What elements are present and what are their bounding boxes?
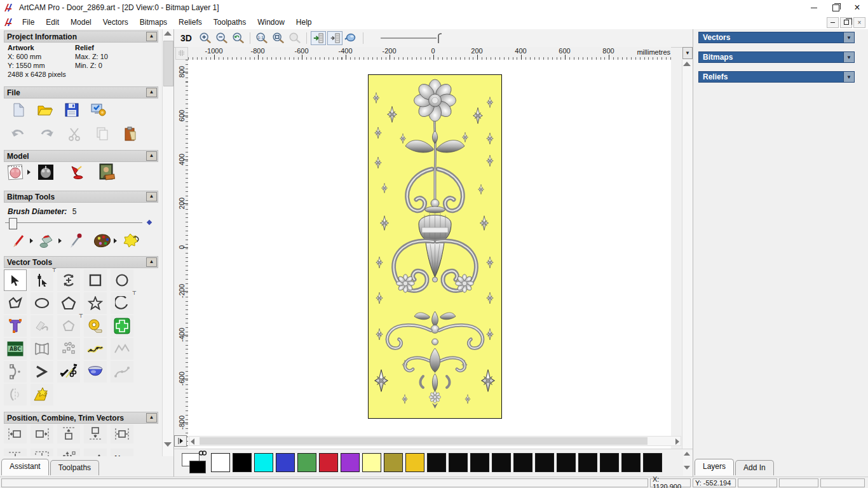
blend-spans-tool[interactable]: [111, 361, 133, 383]
measure-tool[interactable]: [84, 315, 107, 337]
dropdown-arrow-icon[interactable]: ▼: [843, 52, 854, 62]
palette-swatch[interactable]: [621, 453, 641, 472]
secondary-colour-swatch[interactable]: [189, 461, 206, 473]
menu-item[interactable]: Edit: [40, 17, 65, 28]
envelope-distort-tool[interactable]: [31, 338, 53, 360]
palette-swatch[interactable]: [449, 453, 468, 472]
section-header-vector-tools[interactable]: Vector Tools ▲: [4, 256, 158, 268]
collapse-arrow-icon[interactable]: ▲: [146, 413, 157, 423]
menu-item[interactable]: File: [17, 17, 40, 28]
palette-swatch[interactable]: [211, 453, 230, 472]
assistant-scrollbar[interactable]: [162, 29, 173, 456]
offset-vector-tool[interactable]: ⊤: [57, 315, 80, 337]
lighting-icon[interactable]: [65, 163, 87, 182]
scroll-right-icon[interactable]: [675, 438, 679, 445]
toggle-3d-view-button[interactable]: 3D: [180, 33, 192, 43]
section-header-model[interactable]: Model ▲: [4, 150, 158, 162]
zoom-previous-icon[interactable]: [231, 30, 246, 46]
align-right-tool[interactable]: [31, 424, 53, 444]
zoom-in-icon[interactable]: [198, 30, 213, 46]
primary-secondary-colours[interactable]: [182, 452, 211, 475]
palette-swatch[interactable]: [470, 453, 489, 472]
fill-colour-icon[interactable]: [120, 231, 142, 250]
invert-model-icon[interactable]: [35, 163, 57, 182]
panel-header-vectors[interactable]: Vectors ▼: [698, 32, 855, 43]
collapse-arrow-icon[interactable]: ▲: [146, 257, 157, 267]
flyout-arrow-icon[interactable]: [114, 238, 117, 243]
scroll-up-icon[interactable]: [684, 452, 691, 459]
nesting-tool[interactable]: Nes: [111, 449, 133, 456]
palette-swatch[interactable]: [535, 453, 554, 472]
menu-item[interactable]: Window: [252, 17, 290, 28]
join-vectors-tool[interactable]: [31, 361, 53, 383]
flyout-arrow-icon[interactable]: [27, 170, 31, 175]
palette-swatch[interactable]: [405, 453, 424, 472]
align-bottom-tool[interactable]: [84, 424, 107, 444]
palette-swatch[interactable]: [492, 453, 511, 472]
palette-icon[interactable]: [92, 231, 113, 250]
new-model-icon[interactable]: [8, 100, 29, 119]
door-relief-artwork[interactable]: [368, 74, 502, 419]
paste-along-tool[interactable]: [57, 449, 80, 456]
menu-item[interactable]: Bitmaps: [134, 17, 173, 28]
section-header-bitmap-tools[interactable]: Bitmap Tools ▲: [4, 191, 158, 203]
palette-swatch[interactable]: [319, 453, 338, 472]
ruler-units-dropdown[interactable]: ▼: [682, 47, 693, 59]
collapse-arrow-icon[interactable]: ▲: [146, 88, 157, 97]
text-block-tool[interactable]: ABC: [4, 338, 27, 360]
preview-magnifier-icon[interactable]: [344, 30, 359, 46]
interpolate-relief-tool[interactable]: [84, 361, 107, 383]
create-polygon-tool[interactable]: [57, 292, 80, 314]
panel-header-bitmaps[interactable]: Bitmaps ▼: [698, 51, 855, 63]
palette-scrollbar[interactable]: [683, 451, 693, 476]
flood-fill-icon[interactable]: [36, 231, 58, 250]
section-header-file[interactable]: File ▲: [4, 86, 158, 98]
tab-toolpaths[interactable]: Toolpaths: [50, 460, 99, 475]
paste-along-curve-tool[interactable]: [84, 338, 107, 360]
canvas-horizontal-scrollbar[interactable]: [189, 436, 681, 446]
child-close-button[interactable]: ×: [853, 17, 865, 28]
collapse-arrow-icon[interactable]: ▲: [146, 151, 157, 161]
paste-weld-tool[interactable]: [111, 315, 133, 337]
snap-to-object-toggle[interactable]: [327, 31, 342, 45]
cut-icon[interactable]: [64, 125, 85, 144]
slider-hook-handle[interactable]: [437, 32, 443, 44]
menu-item[interactable]: Toolpaths: [208, 17, 252, 28]
export-model-icon[interactable]: [88, 100, 109, 119]
scrollbar-thumb[interactable]: [200, 437, 648, 445]
child-minimize-button[interactable]: [827, 17, 839, 28]
scroll-down-icon[interactable]: [684, 466, 691, 473]
create-ellipse-tool[interactable]: [31, 292, 53, 314]
scroll-up-icon[interactable]: [164, 31, 172, 39]
palette-swatch[interactable]: [643, 453, 662, 472]
tab-add-in[interactable]: Add In: [735, 460, 774, 475]
fit-curve-tool[interactable]: [111, 338, 133, 360]
link-colours-icon[interactable]: [198, 450, 207, 456]
create-polyline-tool[interactable]: [4, 292, 27, 314]
child-restore-button[interactable]: [840, 17, 852, 28]
create-star-tool[interactable]: [84, 292, 107, 314]
menu-item[interactable]: Vectors: [97, 17, 134, 28]
spaced-copies-tool[interactable]: [84, 449, 107, 456]
drawing-viewport[interactable]: [188, 60, 671, 464]
scroll-down-icon[interactable]: [164, 442, 172, 450]
block-copy-tool[interactable]: [57, 338, 80, 360]
create-arc-tool[interactable]: ⊤: [111, 292, 133, 314]
canvas-vertical-scrollbar[interactable]: [682, 60, 693, 464]
section-header-project-information[interactable]: Project Information ▲: [4, 30, 158, 43]
undo-icon[interactable]: [8, 125, 29, 144]
panel-header-reliefs[interactable]: Reliefs ▼: [698, 71, 855, 83]
tab-assistant[interactable]: Assistant: [1, 459, 49, 475]
palette-swatch[interactable]: [557, 453, 576, 472]
create-text-tool[interactable]: [4, 315, 27, 337]
palette-swatch[interactable]: [254, 453, 273, 472]
slider-handle[interactable]: [9, 218, 17, 229]
scroll-up-icon[interactable]: [683, 62, 691, 69]
dropdown-arrow-icon[interactable]: ▼: [843, 72, 854, 82]
paint-brush-icon[interactable]: [8, 231, 29, 250]
snap-to-grid-toggle[interactable]: [311, 31, 326, 45]
mirror-vectors-tool[interactable]: [4, 384, 27, 405]
open-model-icon[interactable]: [34, 100, 56, 119]
palette-swatch[interactable]: [384, 453, 403, 472]
palette-swatch[interactable]: [276, 453, 295, 472]
